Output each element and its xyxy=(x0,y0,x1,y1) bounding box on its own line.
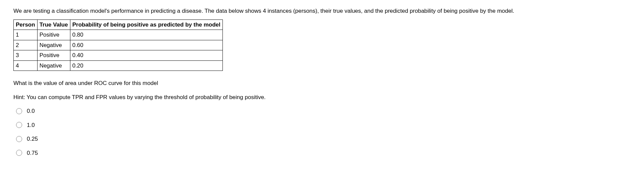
radio-input[interactable] xyxy=(16,108,22,114)
radio-input[interactable] xyxy=(16,150,22,156)
table-header-person: Person xyxy=(14,19,38,30)
table-header-true-value: True Value xyxy=(37,19,70,30)
cell-person: 1 xyxy=(14,30,38,40)
cell-true-value: Positive xyxy=(37,50,70,61)
cell-true-value: Negative xyxy=(37,40,70,50)
cell-probability: 0.60 xyxy=(70,40,222,50)
cell-probability: 0.40 xyxy=(70,50,222,61)
table-row: 2 Negative 0.60 xyxy=(14,40,223,50)
question-prompt: What is the value of area under ROC curv… xyxy=(13,79,631,88)
cell-person: 4 xyxy=(14,60,38,71)
question-hint: Hint: You can compute TPR and FPR values… xyxy=(13,93,631,102)
table-row: 4 Negative 0.20 xyxy=(14,60,223,71)
data-table: Person True Value Probability of being p… xyxy=(13,19,223,71)
cell-person: 2 xyxy=(14,40,38,50)
table-header-row: Person True Value Probability of being p… xyxy=(14,19,223,30)
answer-option[interactable]: 1.0 xyxy=(16,121,631,130)
table-row: 1 Positive 0.80 xyxy=(14,30,223,40)
cell-probability: 0.20 xyxy=(70,60,222,71)
answer-option[interactable]: 0.25 xyxy=(16,135,631,143)
option-label: 0.75 xyxy=(27,149,38,158)
cell-person: 3 xyxy=(14,50,38,61)
radio-input[interactable] xyxy=(16,122,22,128)
cell-true-value: Positive xyxy=(37,30,70,40)
option-label: 1.0 xyxy=(27,121,35,130)
cell-probability: 0.80 xyxy=(70,30,222,40)
cell-true-value: Negative xyxy=(37,60,70,71)
answer-option[interactable]: 0.75 xyxy=(16,149,631,158)
answer-options: 0.0 1.0 0.25 0.75 xyxy=(13,107,631,157)
question-text: We are testing a classification model's … xyxy=(13,7,631,15)
radio-input[interactable] xyxy=(16,136,22,142)
table-header-probability: Probability of being positive as predict… xyxy=(70,19,222,30)
option-label: 0.0 xyxy=(27,107,35,116)
option-label: 0.25 xyxy=(27,135,38,143)
table-row: 3 Positive 0.40 xyxy=(14,50,223,61)
answer-option[interactable]: 0.0 xyxy=(16,107,631,116)
